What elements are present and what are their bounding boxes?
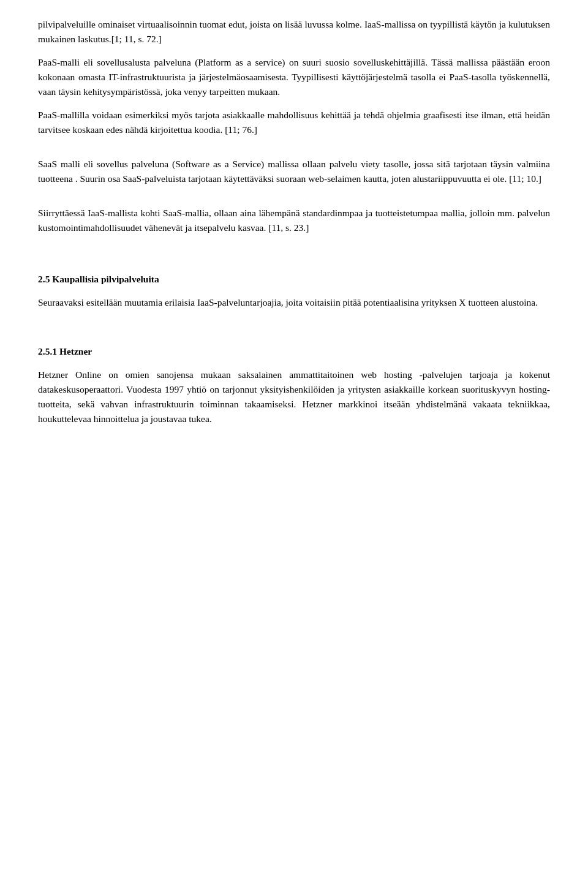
paas-paragraph-2: PaaS-mallilla voidaan esimerkiksi myös t… (38, 108, 550, 137)
spacer-1 (38, 146, 550, 157)
sub-heading-hetzner: 2.5.1 Hetzner (38, 344, 550, 359)
section-paragraph: Seuraavaksi esitellään muutamia erilaisi… (38, 295, 550, 310)
iaas-saas-paragraph: Siirryttäessä IaaS-mallista kohti SaaS-m… (38, 206, 550, 235)
paas-paragraph-1: PaaS-malli eli sovellusalusta palveluna … (38, 55, 550, 99)
spacer-4 (38, 319, 550, 330)
saas-paragraph-1: SaaS malli eli sovellus palveluna (Softw… (38, 157, 550, 186)
spacer-3 (38, 244, 550, 255)
section-heading: 2.5 Kaupallisia pilvipalveluita (38, 272, 550, 287)
spacer-2 (38, 195, 550, 206)
hetzner-paragraph: Hetzner Online on omien sanojensa mukaan… (38, 368, 550, 426)
intro-paragraph: pilvipalveluille ominaiset virtuaalisoin… (38, 17, 550, 47)
page-container: pilvipalveluille ominaiset virtuaalisoin… (0, 0, 588, 890)
